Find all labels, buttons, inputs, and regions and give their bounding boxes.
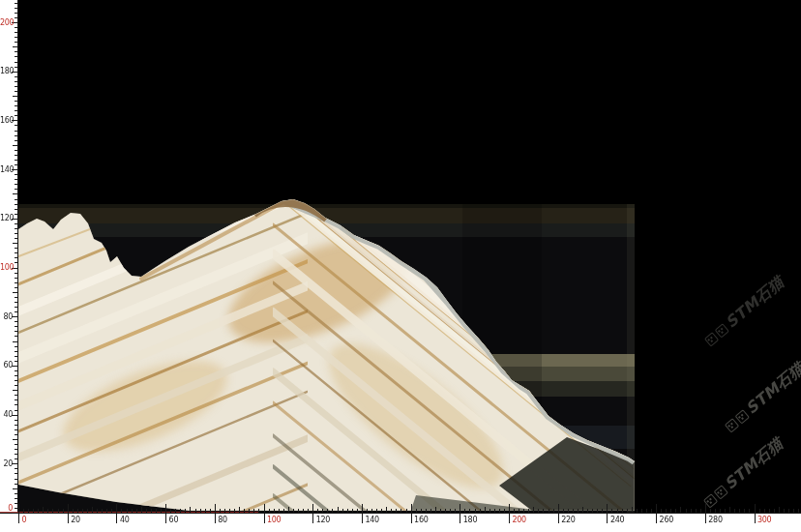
tick (18, 514, 19, 523)
tick (798, 509, 799, 513)
tick (33, 509, 34, 513)
tick (15, 214, 18, 215)
tick (15, 248, 18, 249)
tick (283, 509, 284, 513)
tick (68, 504, 69, 513)
slab-image[interactable] (0, 0, 801, 532)
tick (357, 509, 358, 513)
tick (720, 509, 721, 513)
tick (15, 468, 18, 469)
tick (15, 473, 18, 474)
tick (519, 509, 519, 513)
tick (381, 509, 382, 513)
tick (411, 504, 412, 513)
tick (675, 509, 676, 513)
tick (347, 509, 348, 513)
tick (15, 67, 18, 68)
tick (15, 125, 18, 126)
tick (15, 361, 18, 362)
tick (627, 509, 628, 513)
tick (597, 509, 598, 513)
tick (165, 514, 166, 523)
tick (215, 514, 216, 523)
tick (533, 507, 534, 514)
tick (371, 509, 372, 513)
tick-label: 300 (757, 516, 771, 524)
tick (15, 410, 18, 411)
tick-label: 20 (0, 459, 13, 468)
tick (611, 509, 612, 513)
tick (617, 509, 618, 513)
tick (102, 509, 103, 513)
tick (18, 504, 19, 513)
tick (312, 504, 313, 513)
tick-label: 180 (0, 67, 13, 75)
tick (538, 509, 539, 513)
tick (15, 326, 18, 327)
tick (244, 509, 245, 513)
tick (293, 509, 294, 513)
tick (509, 504, 510, 513)
tick (82, 509, 83, 513)
tick (15, 62, 18, 63)
tick (185, 509, 186, 513)
tick (15, 458, 18, 459)
tick (450, 509, 451, 513)
tick (509, 514, 510, 523)
tick-label: 160 (0, 116, 13, 125)
tick (165, 504, 166, 513)
tick (52, 509, 53, 513)
tick (15, 81, 18, 82)
tick (558, 514, 559, 523)
tick (156, 509, 157, 513)
tick-label: 280 (708, 516, 722, 524)
tick (175, 509, 176, 513)
tick (15, 223, 18, 224)
tick (705, 504, 706, 513)
tick (13, 145, 17, 146)
tick (411, 514, 412, 523)
tick (13, 341, 17, 342)
tick (400, 509, 401, 513)
tick (332, 509, 333, 513)
tick (116, 514, 117, 523)
tick (15, 252, 18, 253)
tick (170, 509, 171, 513)
tick (788, 509, 789, 513)
tick (430, 509, 431, 513)
tick (656, 504, 657, 513)
tick (15, 155, 18, 156)
tick (15, 257, 18, 258)
tick (764, 509, 765, 513)
slab-scanner-view: STM石猫STM石猫STM石猫 020406080100120140160180… (0, 0, 801, 532)
tick (15, 86, 18, 87)
tick (15, 238, 18, 239)
tick (141, 507, 142, 514)
tick (111, 509, 112, 513)
tick (691, 509, 692, 513)
tick (274, 509, 275, 513)
tick (132, 509, 133, 513)
tick (15, 449, 18, 450)
tick (15, 282, 18, 283)
tick (602, 509, 603, 513)
tick (15, 13, 18, 14)
tick (362, 514, 363, 523)
tick (729, 507, 730, 514)
tick (205, 509, 206, 513)
tick (28, 509, 29, 513)
tick (485, 507, 486, 514)
tick (264, 514, 265, 523)
tick-label: 100 (0, 263, 13, 272)
tick (13, 488, 17, 489)
tick (15, 498, 18, 499)
tick (121, 509, 122, 513)
tick (200, 509, 201, 513)
tick (73, 509, 74, 513)
tick (352, 509, 353, 513)
tick (87, 509, 88, 513)
tick-label: 40 (0, 410, 13, 419)
tick (15, 76, 18, 77)
tick (646, 509, 647, 513)
tick (15, 425, 18, 426)
